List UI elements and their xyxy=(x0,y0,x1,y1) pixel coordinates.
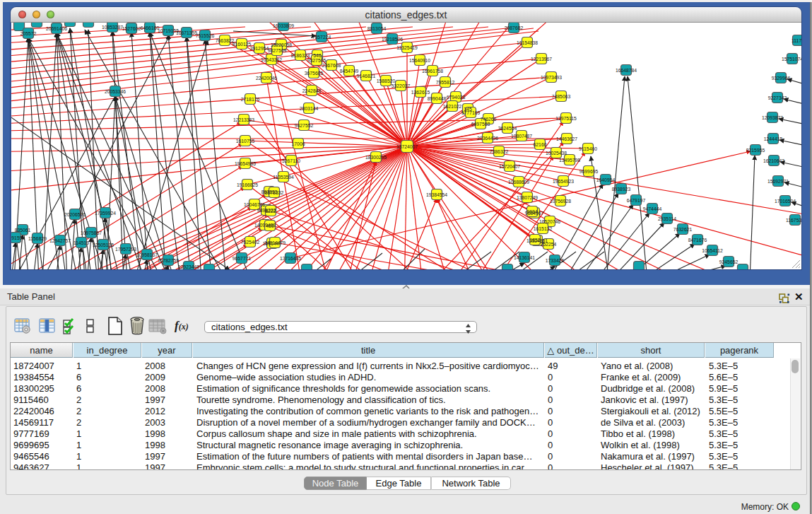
svg-text:10807487: 10807487 xyxy=(511,134,532,139)
svg-text:12213383: 12213383 xyxy=(233,117,254,122)
svg-text:20691406: 20691406 xyxy=(46,26,67,31)
svg-text:11353594: 11353594 xyxy=(273,175,294,180)
svg-text:252254: 252254 xyxy=(541,242,557,247)
svg-text:9657771: 9657771 xyxy=(233,256,252,261)
svg-text:1852: 1852 xyxy=(529,238,540,243)
svg-text:10975867: 10975867 xyxy=(81,230,102,235)
svg-text:14914479: 14914479 xyxy=(264,240,286,245)
svg-text:8990448: 8990448 xyxy=(428,96,447,101)
svg-text:9777169: 9777169 xyxy=(461,110,481,115)
svg-text:19654923: 19654923 xyxy=(553,179,574,184)
svg-text:17006: 17006 xyxy=(292,141,305,146)
svg-text:15226058: 15226058 xyxy=(271,42,292,47)
svg-text:3675685: 3675685 xyxy=(305,71,324,76)
svg-text:1156829: 1156829 xyxy=(28,236,47,241)
svg-text:13716485: 13716485 xyxy=(280,256,301,261)
svg-text:18300295: 18300295 xyxy=(365,155,387,160)
svg-text:15640910: 15640910 xyxy=(409,58,430,63)
svg-text:7386322: 7386322 xyxy=(490,149,509,154)
svg-text:20364436: 20364436 xyxy=(477,136,498,141)
svg-text:1640954: 1640954 xyxy=(596,177,616,182)
svg-text:1610755: 1610755 xyxy=(236,139,255,144)
svg-text:10046786: 10046786 xyxy=(244,202,265,207)
svg-text:7515526: 7515526 xyxy=(196,33,215,38)
svg-text:114519: 114519 xyxy=(73,240,89,245)
svg-text:10958167: 10958167 xyxy=(136,252,158,257)
svg-text:6479197: 6479197 xyxy=(627,198,646,203)
svg-text:205572: 205572 xyxy=(20,31,37,36)
svg-text:1621022: 1621022 xyxy=(443,104,462,109)
svg-text:10654112: 10654112 xyxy=(702,248,723,253)
svg-text:8186323: 8186323 xyxy=(291,53,310,58)
svg-text:18724007: 18724007 xyxy=(396,144,418,149)
svg-text:9684: 9684 xyxy=(526,209,537,214)
svg-text:19654985: 19654985 xyxy=(235,161,256,166)
svg-text:10688609: 10688609 xyxy=(508,180,529,185)
svg-text:14136141: 14136141 xyxy=(514,255,535,260)
svg-text:19218506: 19218506 xyxy=(382,37,403,42)
svg-text:3912954: 3912954 xyxy=(250,46,269,51)
svg-text:2087682: 2087682 xyxy=(505,25,524,30)
svg-text:12975115: 12975115 xyxy=(555,116,577,121)
svg-text:746266: 746266 xyxy=(481,117,497,122)
svg-text:8160125: 8160125 xyxy=(233,42,252,47)
svg-text:3624554: 3624554 xyxy=(498,126,517,131)
svg-text:8222: 8222 xyxy=(265,209,276,214)
svg-text:9115460: 9115460 xyxy=(579,146,597,151)
svg-text:2803144: 2803144 xyxy=(300,106,319,111)
svg-text:2718176: 2718176 xyxy=(241,97,260,102)
svg-text:2367608: 2367608 xyxy=(322,63,341,68)
svg-text:16961758: 16961758 xyxy=(422,69,443,74)
svg-text:7857224: 7857224 xyxy=(312,35,331,40)
svg-text:6466160: 6466160 xyxy=(141,25,160,30)
svg-text:13495798: 13495798 xyxy=(559,158,580,163)
svg-text:8454749: 8454749 xyxy=(340,69,359,74)
svg-text:1615132: 1615132 xyxy=(534,226,553,231)
svg-text:8471676: 8471676 xyxy=(688,238,707,243)
svg-text:7632621: 7632621 xyxy=(673,227,693,232)
svg-text:11172: 11172 xyxy=(792,38,801,43)
svg-text:9427552: 9427552 xyxy=(295,123,314,128)
svg-text:15751074: 15751074 xyxy=(782,57,801,62)
svg-text:8938923: 8938923 xyxy=(612,187,631,192)
svg-text:10756928: 10756928 xyxy=(550,199,571,204)
svg-text:17359924: 17359924 xyxy=(95,211,116,216)
svg-text:62160: 62160 xyxy=(534,142,547,147)
svg-text:15720407: 15720407 xyxy=(499,164,520,169)
svg-text:39159: 39159 xyxy=(11,235,23,240)
svg-text:16671355: 16671355 xyxy=(176,30,197,35)
svg-text:7955812: 7955812 xyxy=(436,80,455,85)
svg-text:9699695: 9699695 xyxy=(579,169,599,174)
svg-text:8215955: 8215955 xyxy=(746,148,765,153)
svg-text:546: 546 xyxy=(313,53,322,58)
svg-text:15692971: 15692971 xyxy=(767,179,789,184)
svg-text:1167533: 1167533 xyxy=(786,218,801,223)
svg-text:12093872: 12093872 xyxy=(762,115,783,120)
svg-text:9474444: 9474444 xyxy=(643,206,662,211)
svg-text:10853287: 10853287 xyxy=(102,25,123,30)
svg-text:9245652: 9245652 xyxy=(719,259,739,264)
svg-text:2935114: 2935114 xyxy=(658,216,676,221)
svg-text:19166825: 19166825 xyxy=(237,182,258,187)
svg-text:5322037: 5322037 xyxy=(392,83,411,88)
svg-text:22420046: 22420046 xyxy=(256,76,277,81)
svg-text:10025438: 10025438 xyxy=(546,151,567,156)
svg-text:16520746: 16520746 xyxy=(539,219,560,224)
svg-text:9827509: 9827509 xyxy=(268,48,287,53)
svg-text:8813054: 8813054 xyxy=(367,26,387,31)
svg-text:12923448: 12923448 xyxy=(178,264,199,269)
svg-text:6794028: 6794028 xyxy=(447,95,466,100)
svg-text:5267110: 5267110 xyxy=(282,158,300,163)
svg-text:9227342: 9227342 xyxy=(768,95,787,100)
svg-text:7625402: 7625402 xyxy=(241,240,260,245)
svg-text:12505135: 12505135 xyxy=(93,243,114,247)
svg-text:7663822: 7663822 xyxy=(216,38,235,43)
svg-text:1527602: 1527602 xyxy=(122,26,141,31)
svg-text:6497568: 6497568 xyxy=(471,122,490,127)
svg-text:12942757: 12942757 xyxy=(49,238,71,243)
svg-text:9327505: 9327505 xyxy=(307,58,326,63)
svg-text:835061: 835061 xyxy=(15,228,31,233)
svg-text:2242848: 2242848 xyxy=(302,88,322,93)
svg-text:1733426: 1733426 xyxy=(546,258,565,263)
svg-text:11325419: 11325419 xyxy=(396,45,418,50)
